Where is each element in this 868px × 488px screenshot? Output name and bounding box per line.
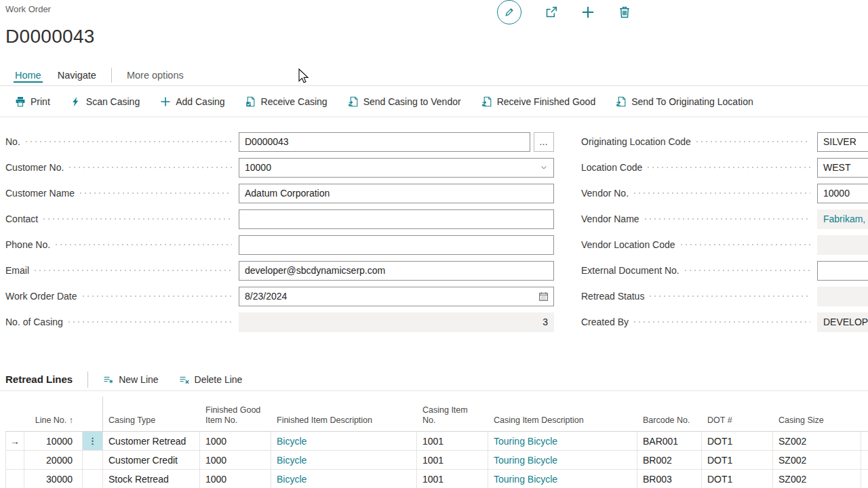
cell-line_no[interactable]: 30000	[24, 470, 83, 488]
tab-separator	[111, 68, 112, 83]
cell-ci_desc[interactable]: Touring Bicycle	[488, 470, 637, 488]
cell-ci_no[interactable]: 1001	[417, 432, 488, 450]
cell-barcode[interactable]: BR002	[637, 451, 702, 469]
cell-size[interactable]: SZ002	[773, 470, 861, 488]
share-button[interactable]	[545, 5, 558, 19]
table-body: →10000⋮Customer Retread1000Bicycle1001To…	[5, 432, 868, 488]
cell-size[interactable]: SZ002	[773, 451, 861, 469]
delete-button[interactable]	[618, 5, 631, 19]
cell-casing_type[interactable]: Customer Credit	[103, 451, 200, 469]
vendor-name-label: Vendor Name	[581, 214, 639, 224]
cell-size[interactable]: SZ002	[773, 432, 861, 450]
cell-fg_item_no[interactable]: 1000	[200, 432, 271, 450]
row-menu-button[interactable]: ⋮	[83, 432, 103, 450]
cell-dot[interactable]: DOT1	[702, 470, 773, 488]
toolbar-button-scan-casing[interactable]: Scan Casing	[71, 96, 140, 107]
toolbar-button-receive-finished-good[interactable]: Receive Finished Good	[481, 96, 596, 107]
cell-ci_desc[interactable]: Touring Bicycle	[488, 432, 637, 450]
row-menu-button[interactable]	[83, 451, 103, 469]
dotted-leader	[681, 244, 810, 245]
row-menu-button[interactable]	[83, 470, 103, 488]
field-label-wrap: No. of Casing	[5, 317, 239, 327]
vendor-name-link[interactable]: Fabrikam, Inc.	[823, 214, 868, 224]
field-control: D0000043…	[239, 132, 554, 152]
cell-ci_no[interactable]: 1001	[417, 470, 488, 488]
field-control: Fabrikam, Inc.	[817, 209, 868, 229]
phone-no-input[interactable]	[239, 235, 554, 255]
toolbar-label: Add Casing	[176, 96, 224, 107]
col-header-selector	[5, 396, 24, 431]
cell-line_no[interactable]: 10000	[24, 432, 83, 450]
row-selector-cell[interactable]: →	[5, 432, 24, 450]
col-header-ci_no[interactable]: Casing Item No.	[417, 396, 488, 431]
new-button[interactable]	[581, 5, 595, 19]
field-label-wrap: Phone No.	[5, 239, 239, 250]
tab-more-options[interactable]: More options	[125, 65, 185, 86]
col-header-barcode[interactable]: Barcode No.	[637, 396, 702, 431]
dotted-leader	[648, 167, 810, 168]
cell-fin_desc[interactable]: Bicycle	[271, 470, 417, 488]
cell-casing_type[interactable]: Customer Retread	[103, 432, 200, 450]
email-input[interactable]: developer@sbcdynamicserp.com	[239, 261, 554, 281]
field-no-of-casing: No. of Casing3	[5, 309, 554, 335]
cell-dot[interactable]: DOT1	[702, 451, 773, 469]
chevron-down-icon[interactable]	[540, 163, 548, 171]
retread-lines-toolbar: Retread Lines New Line Delete Line	[0, 368, 868, 391]
new-line-label: New Line	[119, 374, 158, 385]
external-document-no-input[interactable]	[817, 261, 868, 281]
vendor-no-input[interactable]: 10000	[817, 184, 868, 203]
external-document-no-label: External Document No.	[581, 265, 679, 276]
no-input[interactable]: D0000043	[239, 132, 530, 152]
col-header-casing_type[interactable]: Casing Type	[103, 396, 200, 431]
toolbar-button-add-casing[interactable]: Add Casing	[160, 96, 224, 107]
col-header-size[interactable]: Casing Size	[773, 396, 861, 431]
col-header-fg_item_no[interactable]: Finished Good Item No.	[200, 396, 271, 431]
customer-name-input[interactable]: Adatum Corporation	[239, 184, 554, 203]
cell-fg_item_no[interactable]: 1000	[200, 470, 271, 488]
col-header-row-menu	[83, 396, 103, 431]
cell-barcode[interactable]: BR003	[637, 470, 702, 488]
cell-ci_desc[interactable]: Touring Bicycle	[488, 451, 637, 469]
contact-input[interactable]	[239, 209, 554, 229]
location-code-value: WEST	[823, 162, 850, 173]
general-fields-left: No.D0000043…Customer No.10000Customer Na…	[5, 129, 554, 335]
general-fields-right: Originating Location CodeSILVERLocation …	[581, 129, 868, 335]
cell-line_no[interactable]: 20000	[24, 451, 83, 469]
contact-label: Contact	[5, 214, 38, 224]
tab-home[interactable]: Home	[14, 65, 43, 86]
delete-line-button[interactable]: Delete Line	[179, 374, 243, 385]
new-line-button[interactable]: New Line	[103, 374, 158, 385]
customer-no-input[interactable]: 10000	[239, 158, 554, 178]
trash-icon	[618, 5, 631, 19]
cell-barcode[interactable]: BAR001	[637, 432, 702, 450]
assist-edit-button[interactable]: …	[534, 132, 554, 152]
work-order-date-input[interactable]: 8/23/2024	[239, 287, 554, 306]
toolbar-button-print[interactable]: Print	[15, 96, 50, 107]
cell-fg_item_no[interactable]: 1000	[200, 451, 271, 469]
col-header-fin_desc[interactable]: Finished Item Description	[271, 396, 417, 431]
cell-fin_desc[interactable]: Bicycle	[271, 451, 417, 469]
page-title: D0000043	[5, 26, 95, 47]
tab-navigate[interactable]: Navigate	[56, 65, 98, 86]
originating-location-code-input[interactable]: SILVER	[817, 132, 868, 152]
row-selector-cell[interactable]	[5, 470, 24, 488]
cell-casing_type[interactable]: Stock Retread	[103, 470, 200, 488]
toolbar-button-receive-casing[interactable]: Receive Casing	[245, 96, 328, 107]
created-by-value: DEVELOPER	[823, 317, 868, 327]
field-created-by: Created ByDEVELOPER	[581, 309, 868, 335]
col-header-line_no[interactable]: Line No. ↑	[24, 396, 83, 431]
toolbar-button-send-casing-to-vendor[interactable]: Send Casing to Vendor	[348, 96, 461, 107]
calendar-icon[interactable]	[538, 291, 549, 302]
cell-fin_desc[interactable]: Bicycle	[271, 432, 417, 450]
toolbar-button-send-to-originating-location[interactable]: Send To Originating Location	[616, 96, 753, 107]
doc-send-icon	[348, 96, 359, 107]
col-header-dot[interactable]: DOT #	[702, 396, 773, 431]
dotted-leader	[83, 296, 232, 297]
col-header-ci_desc[interactable]: Casing Item Description	[488, 396, 637, 431]
cell-dot[interactable]: DOT1	[702, 432, 773, 450]
cell-sliver	[861, 451, 868, 469]
location-code-input[interactable]: WEST	[817, 158, 868, 178]
cell-ci_no[interactable]: 1001	[417, 451, 488, 469]
row-selector-cell[interactable]	[5, 451, 24, 469]
edit-button[interactable]	[497, 0, 521, 24]
